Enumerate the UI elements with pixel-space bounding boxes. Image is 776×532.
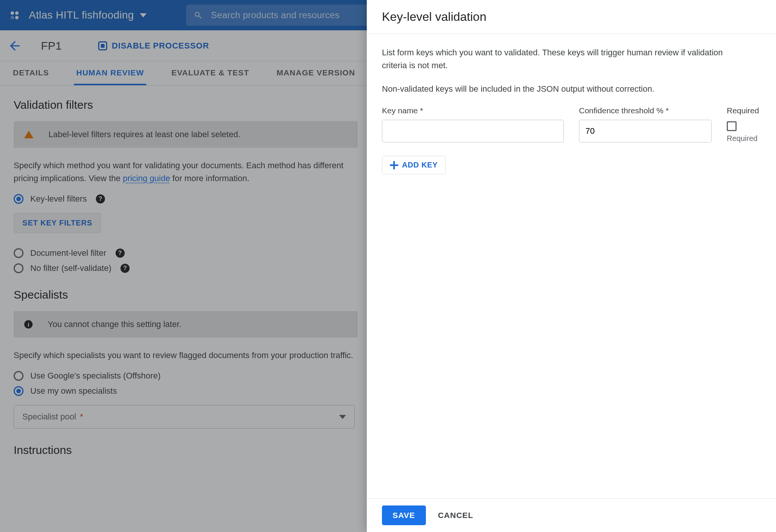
threshold-label: Confidence threshold % * [579,106,712,115]
key-level-validation-panel: Key-level validation List form keys whic… [367,0,776,532]
key-name-input[interactable] [382,120,564,142]
required-column: Required Required [727,106,772,143]
panel-description-1: List form keys which you want to validat… [382,46,731,72]
panel-description-2: Non-validated keys will be included in t… [382,83,731,95]
save-button[interactable]: SAVE [382,505,426,525]
key-name-column: Key name * [382,106,564,142]
plus-icon [390,161,398,169]
key-name-label: Key name * [382,106,564,115]
required-header: Required [727,106,759,115]
panel-body: List form keys which you want to validat… [367,34,776,498]
threshold-column: Confidence threshold % * [579,106,712,142]
panel-title: Key-level validation [367,0,776,34]
threshold-input[interactable] [579,120,712,142]
panel-footer: SAVE CANCEL [367,498,776,532]
required-checkbox[interactable] [727,121,737,131]
key-form-row: Key name * Confidence threshold % * Requ… [382,106,761,143]
add-key-label: ADD KEY [402,161,438,169]
cancel-button[interactable]: CANCEL [438,511,474,520]
required-caption: Required [727,134,757,143]
add-key-button[interactable]: ADD KEY [382,156,446,174]
